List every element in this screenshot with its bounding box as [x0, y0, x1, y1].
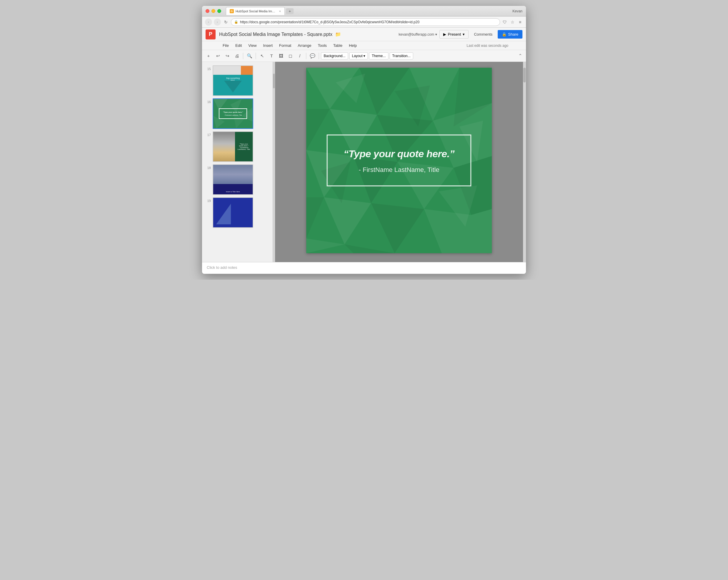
- new-tab-button[interactable]: +: [286, 8, 294, 14]
- transition-button[interactable]: Transition...: [390, 52, 413, 59]
- text-button[interactable]: T: [267, 52, 276, 60]
- minimize-button[interactable]: [211, 9, 215, 13]
- folder-icon: 📁: [335, 32, 341, 37]
- slide-item-15[interactable]: 15 Say somethinghere.: [202, 64, 272, 97]
- share-button[interactable]: 🔒 Share: [498, 30, 522, 38]
- notes-area[interactable]: Click to add notes: [202, 262, 526, 274]
- right-scrollbar-thumb[interactable]: [523, 68, 526, 82]
- slide-item-19[interactable]: 19: [202, 196, 272, 229]
- line-button[interactable]: /: [296, 52, 304, 60]
- present-button[interactable]: ▶ Present ▾: [439, 30, 469, 38]
- last-edit-status: Last edit was seconds ago: [467, 44, 508, 48]
- theme-label: Theme...: [372, 54, 386, 58]
- transition-label: Transition...: [392, 54, 411, 58]
- theme-button[interactable]: Theme...: [369, 52, 388, 59]
- maximize-button[interactable]: [217, 9, 221, 13]
- slide-number-18: 18: [204, 166, 211, 169]
- quote-author: - FirstName LastName, Title: [342, 166, 456, 174]
- notes-placeholder: Click to add notes: [207, 265, 237, 270]
- url-text: https://docs.google.com/presentation/d/1…: [240, 20, 497, 24]
- zoom-button[interactable]: 🔍: [245, 52, 254, 60]
- traffic-lights: [206, 9, 221, 13]
- quote-text: “Type your quote here.”: [342, 147, 456, 160]
- user-email[interactable]: kevan@bufferapp.com ▾: [399, 32, 437, 36]
- slide18-title: Insert a Title Here: [215, 191, 251, 192]
- menu-edit[interactable]: Edit: [232, 42, 245, 49]
- app-window: G HubSpot Social Media Ima… × + Kevan ‹ …: [202, 6, 526, 274]
- app-title-area: HubSpot Social Media Image Templates - S…: [219, 31, 395, 37]
- slide17-text: "Type yourquote here."- FirstNameLastNam…: [238, 143, 250, 150]
- slide-canvas[interactable]: “Type your quote here.” - FirstName Last…: [306, 68, 492, 253]
- bookmarks-button[interactable]: ☆: [510, 19, 515, 25]
- browser-tab[interactable]: G HubSpot Social Media Ima… ×: [226, 7, 285, 15]
- menu-help[interactable]: Help: [346, 42, 360, 49]
- comment-button[interactable]: 💬: [308, 52, 317, 60]
- lock-icon: 🔒: [234, 20, 238, 24]
- scrollbar-thumb[interactable]: [273, 74, 275, 88]
- slide-thumb-16[interactable]: "Type your quote here." - Firstname Last…: [213, 98, 253, 129]
- slide-thumb-18[interactable]: Insert a Title Here: [213, 164, 253, 195]
- slide-number-19: 19: [204, 199, 211, 203]
- refresh-button[interactable]: ↻: [223, 19, 229, 25]
- address-bar: ‹ › ↻ 🔒 https://docs.google.com/presenta…: [202, 17, 526, 28]
- canvas-area: “Type your quote here.” - FirstName Last…: [275, 62, 523, 262]
- present-label: Present: [448, 32, 461, 36]
- slide-thumb-17[interactable]: "Type yourquote here."- FirstNameLastNam…: [213, 131, 253, 162]
- close-button[interactable]: [206, 9, 209, 13]
- toolbar-divider-2: [256, 53, 256, 59]
- main-content: 15 Say somethinghere. 16: [202, 62, 526, 262]
- right-scrollbar[interactable]: [523, 62, 526, 262]
- forward-button[interactable]: ›: [214, 19, 221, 26]
- collapse-toolbar-button[interactable]: ⌃: [517, 52, 524, 59]
- slide-number-15: 15: [204, 67, 211, 71]
- slide-panel: 15 Say somethinghere. 16: [202, 62, 273, 262]
- slide-item-17[interactable]: 17 "Type yourquote here."- FirstNameLast…: [202, 130, 272, 163]
- slide-thumb-15[interactable]: Say somethinghere.: [213, 65, 253, 96]
- window-user: Kevan: [513, 9, 522, 13]
- slide-number-17: 17: [204, 133, 211, 137]
- print-button[interactable]: 🖨: [233, 52, 241, 60]
- quote-box[interactable]: “Type your quote here.” - FirstName Last…: [327, 135, 471, 186]
- share-label: Share: [508, 32, 518, 36]
- back-button[interactable]: ‹: [205, 19, 212, 26]
- zoom-in-button[interactable]: +: [204, 52, 213, 60]
- menu-file[interactable]: File: [220, 42, 232, 49]
- toolbar-divider-3: [306, 53, 306, 59]
- cursor-button[interactable]: ↖: [258, 52, 266, 60]
- present-icon: ▶: [443, 32, 446, 36]
- app-header: P HubSpot Social Media Image Templates -…: [202, 28, 526, 41]
- slide-thumb-19[interactable]: [213, 197, 253, 228]
- slide-panel-scrollbar[interactable]: [273, 62, 275, 262]
- tab-close-button[interactable]: ×: [279, 9, 281, 13]
- menu-format[interactable]: Format: [276, 42, 294, 49]
- toolbar-divider-4: [319, 53, 319, 59]
- background-button[interactable]: Background...: [321, 52, 348, 59]
- svg-marker-1: [230, 99, 241, 113]
- svg-marker-3: [213, 116, 225, 128]
- layout-button[interactable]: Layout ▾: [349, 52, 368, 59]
- tab-title: HubSpot Social Media Ima…: [236, 9, 276, 13]
- menu-table[interactable]: Table: [331, 42, 345, 49]
- redo-button[interactable]: ↪: [223, 52, 232, 60]
- url-actions: 🛡 ☆ ≡: [502, 19, 523, 25]
- menu-tools[interactable]: Tools: [315, 42, 330, 49]
- tab-favicon: G: [230, 9, 234, 13]
- menu-button[interactable]: ≡: [517, 19, 523, 25]
- slide-item-18[interactable]: 18 Insert a Title Here: [202, 163, 272, 196]
- url-bar[interactable]: 🔒 https://docs.google.com/presentation/d…: [231, 18, 500, 26]
- app-logo: P: [206, 29, 215, 39]
- menu-bar: File Edit View Insert Format Arrange Too…: [202, 41, 526, 50]
- titlebar: G HubSpot Social Media Ima… × + Kevan: [202, 6, 526, 17]
- svg-marker-0: [213, 99, 228, 110]
- image-button[interactable]: 🖼: [277, 52, 285, 60]
- toolbar: + ↩ ↪ 🖨 🔍 ↖ T 🖼 ◻ / 💬 Background... Layo…: [202, 50, 526, 62]
- extensions-button[interactable]: 🛡: [502, 19, 508, 25]
- menu-insert[interactable]: Insert: [260, 42, 276, 49]
- shapes-button[interactable]: ◻: [286, 52, 294, 60]
- app-actions: kevan@bufferapp.com ▾ ▶ Present ▾ Commen…: [399, 30, 522, 38]
- undo-button[interactable]: ↩: [214, 52, 222, 60]
- menu-view[interactable]: View: [245, 42, 259, 49]
- comments-button[interactable]: Comments: [471, 30, 495, 38]
- menu-arrange[interactable]: Arrange: [295, 42, 314, 49]
- slide-item-16[interactable]: 16 "Type your quote here." - Firstname: [202, 97, 272, 130]
